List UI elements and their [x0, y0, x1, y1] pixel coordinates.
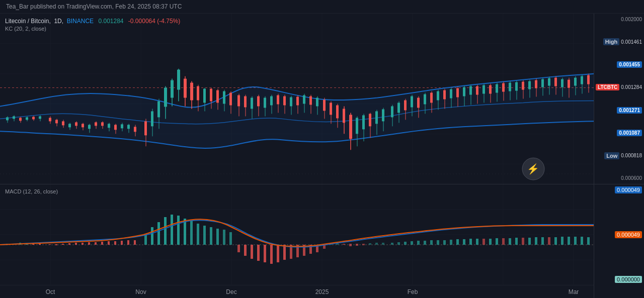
price-current: 0.001284	[98, 18, 123, 25]
charts-column: Litecoin / Bitcoin, 1D, BINANCE 0.001284…	[0, 14, 594, 285]
svg-rect-278	[496, 238, 498, 245]
svg-rect-47	[114, 125, 117, 130]
right-macd-labels: 0.000049 0.000049 0.000000	[594, 184, 644, 285]
x-axis-row: Oct Nov Dec 2025 Feb Mar	[0, 285, 644, 298]
svg-rect-210	[39, 244, 41, 245]
svg-rect-262	[391, 243, 393, 245]
svg-rect-33	[68, 124, 71, 127]
svg-rect-141	[430, 93, 433, 103]
svg-rect-292	[587, 237, 590, 245]
svg-rect-286	[548, 237, 550, 245]
svg-text:⚡: ⚡	[527, 163, 539, 175]
price-level-2000: 0.002000	[594, 15, 644, 24]
svg-rect-280	[509, 238, 511, 245]
svg-rect-41	[95, 122, 97, 126]
svg-rect-67	[184, 79, 187, 98]
svg-rect-73	[203, 89, 206, 103]
svg-rect-25	[39, 116, 41, 119]
svg-rect-177	[548, 78, 550, 86]
svg-rect-173	[535, 80, 537, 88]
svg-rect-35	[75, 122, 77, 126]
svg-rect-117	[349, 115, 352, 139]
svg-rect-281	[515, 238, 518, 245]
svg-rect-275	[476, 239, 478, 245]
macd-level-zero: 0.000000	[594, 275, 644, 284]
low-value: 0.000818	[621, 153, 642, 158]
svg-rect-225	[144, 235, 147, 245]
price-level-low: Low 0.000818	[594, 151, 644, 160]
svg-rect-115	[343, 109, 345, 123]
svg-rect-159	[489, 85, 492, 94]
svg-rect-31	[62, 121, 64, 125]
svg-rect-75	[210, 89, 212, 102]
svg-rect-187	[581, 76, 583, 84]
symbol-name: Litecoin / Bitcoin, 1D, BINANCE	[5, 18, 95, 25]
x-axis: Oct Nov Dec 2025 Feb Mar	[0, 285, 594, 298]
svg-rect-93	[270, 96, 273, 106]
svg-rect-153	[469, 86, 472, 95]
kc-lower-value: 0.001087	[617, 130, 642, 136]
svg-rect-288	[561, 237, 564, 245]
svg-rect-137	[417, 98, 420, 108]
svg-text:Nov: Nov	[135, 288, 146, 295]
svg-rect-238	[229, 232, 232, 245]
svg-rect-27	[49, 118, 51, 121]
macd-level-blue: 0.000049	[594, 185, 644, 194]
svg-rect-91	[264, 98, 266, 108]
svg-rect-189	[587, 75, 590, 84]
svg-rect-230	[177, 216, 180, 245]
main-chart-svg: ⚡	[0, 14, 594, 184]
svg-rect-95	[277, 95, 279, 105]
svg-rect-246	[283, 245, 286, 260]
svg-rect-223	[127, 240, 129, 245]
svg-rect-242	[257, 245, 260, 261]
svg-rect-125	[375, 111, 378, 124]
price-level-ltcbtc: LTCBTC 0.001284	[594, 83, 644, 92]
svg-rect-101	[296, 97, 299, 106]
svg-rect-273	[463, 239, 465, 245]
svg-rect-39	[88, 125, 91, 129]
svg-rect-87	[251, 98, 253, 109]
svg-rect-256	[349, 244, 352, 246]
svg-rect-279	[502, 238, 505, 245]
svg-rect-151	[463, 87, 465, 96]
svg-rect-234	[203, 226, 206, 245]
svg-rect-283	[528, 238, 531, 245]
svg-rect-274	[469, 239, 472, 245]
svg-rect-165	[509, 83, 511, 91]
svg-rect-231	[184, 219, 186, 245]
svg-rect-121	[362, 115, 365, 129]
svg-rect-181	[561, 79, 564, 87]
svg-rect-129	[391, 106, 393, 117]
macd-label: MACD (12, 26, close)	[5, 188, 58, 194]
price-600: 0.000600	[621, 175, 642, 181]
svg-rect-119	[356, 118, 358, 134]
svg-rect-107	[316, 98, 318, 107]
svg-rect-241	[251, 245, 253, 259]
price-level-high: High 0.001461	[594, 37, 644, 46]
svg-rect-81	[229, 93, 232, 106]
svg-rect-268	[430, 240, 433, 245]
svg-rect-23	[32, 117, 35, 119]
svg-rect-287	[554, 237, 557, 245]
svg-rect-215	[75, 243, 77, 245]
svg-rect-103	[303, 95, 305, 104]
price-level-600: 0.000600	[594, 174, 644, 183]
svg-rect-147	[450, 89, 452, 98]
main-chart: Litecoin / Bitcoin, 1D, BINANCE 0.001284…	[0, 14, 594, 184]
svg-text:2025: 2025	[315, 288, 329, 295]
svg-rect-232	[190, 221, 193, 245]
price-level-kc-upper: 0.001455	[594, 60, 644, 69]
svg-rect-224	[134, 240, 136, 245]
macd-chart: MACD (12, 26, close)	[0, 184, 594, 285]
svg-rect-169	[522, 82, 524, 90]
svg-rect-17	[13, 116, 15, 119]
svg-rect-97	[283, 96, 286, 106]
svg-rect-228	[164, 217, 167, 245]
svg-rect-37	[82, 124, 84, 127]
svg-rect-139	[424, 94, 426, 105]
svg-rect-171	[528, 81, 531, 89]
high-value: 0.001461	[621, 39, 642, 45]
svg-rect-85	[244, 96, 247, 108]
svg-text:Mar: Mar	[569, 288, 579, 295]
